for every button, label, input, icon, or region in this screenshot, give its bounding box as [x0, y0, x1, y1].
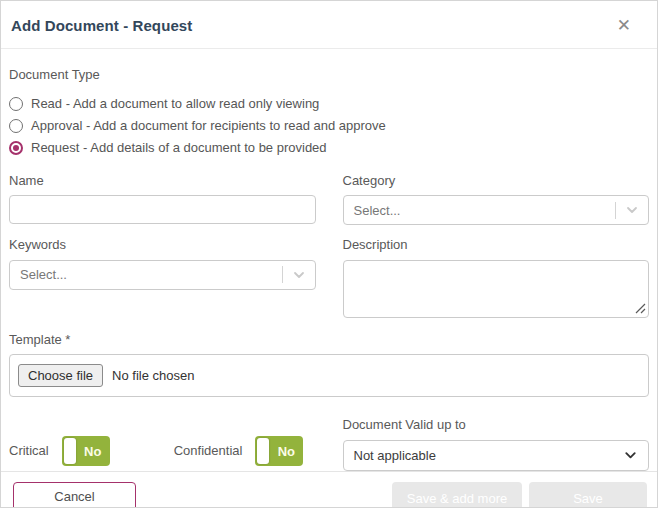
- keywords-select-placeholder: Select...: [20, 267, 282, 282]
- valid-up-to-select[interactable]: Not applicable: [343, 440, 650, 471]
- modal-body: Document Type Read - Add a document to a…: [1, 49, 657, 471]
- choose-file-button[interactable]: Choose file: [18, 364, 103, 387]
- cancel-button[interactable]: Cancel: [13, 482, 136, 508]
- confidential-toggle-group: Confidential No: [174, 436, 304, 466]
- category-select[interactable]: Select...: [343, 195, 650, 225]
- chevron-down-icon: [624, 202, 640, 218]
- form-grid: Name Category Select... Keywords Select.…: [9, 161, 649, 318]
- chevron-down-icon: [623, 448, 638, 463]
- critical-toggle-group: Critical No: [9, 436, 110, 466]
- valid-up-to-field: Document Valid up to Not applicable: [343, 417, 650, 471]
- file-chosen-status: No file chosen: [112, 368, 194, 383]
- description-field: Description: [343, 237, 650, 318]
- category-label: Category: [343, 173, 650, 189]
- critical-toggle-value: No: [76, 444, 110, 459]
- template-label: Template *: [9, 332, 649, 348]
- description-textarea[interactable]: [343, 260, 650, 318]
- radio-icon: [9, 141, 23, 155]
- keywords-label: Keywords: [9, 237, 316, 253]
- valid-up-to-label: Document Valid up to: [343, 417, 650, 433]
- radio-option-read-label: Read - Add a document to allow read only…: [31, 96, 319, 111]
- name-label: Name: [9, 173, 316, 189]
- select-divider: [282, 266, 283, 283]
- name-field: Name: [9, 173, 316, 226]
- document-type-label: Document Type: [9, 67, 649, 83]
- name-input[interactable]: [9, 195, 316, 224]
- modal-footer: Cancel Save & add more Save: [1, 471, 657, 508]
- confidential-toggle[interactable]: No: [255, 436, 303, 466]
- category-select-placeholder: Select...: [354, 203, 616, 218]
- radio-icon: [9, 97, 23, 111]
- valid-up-to-value: Not applicable: [354, 448, 436, 463]
- add-document-modal: Add Document - Request ✕ Document Type R…: [0, 0, 658, 508]
- radio-option-request-label: Request - Add details of a document to b…: [31, 140, 327, 155]
- close-icon[interactable]: ✕: [615, 15, 633, 36]
- footer-right: Save & add more Save: [392, 482, 647, 508]
- category-field: Category Select...: [343, 173, 650, 226]
- save-and-add-more-button[interactable]: Save & add more: [392, 482, 522, 508]
- confidential-label: Confidential: [174, 443, 243, 459]
- keywords-field: Keywords Select...: [9, 237, 316, 318]
- toggles-left: Critical No Confidential No: [9, 431, 316, 471]
- template-upload-box: Choose file No file chosen: [9, 354, 649, 397]
- document-type-radio-group: Read - Add a document to allow read only…: [9, 93, 649, 159]
- description-label: Description: [343, 237, 650, 253]
- toggle-knob: [257, 438, 269, 464]
- select-divider: [615, 202, 616, 219]
- critical-toggle[interactable]: No: [62, 436, 110, 466]
- radio-option-approval-label: Approval - Add a document for recipients…: [31, 118, 386, 133]
- save-button[interactable]: Save: [529, 482, 647, 508]
- modal-header: Add Document - Request ✕: [1, 1, 657, 49]
- critical-label: Critical: [9, 443, 49, 459]
- radio-option-approval[interactable]: Approval - Add a document for recipients…: [9, 115, 649, 137]
- radio-option-request[interactable]: Request - Add details of a document to b…: [9, 137, 649, 159]
- toggles-row: Critical No Confidential No Document Val…: [9, 417, 649, 471]
- modal-title: Add Document - Request: [11, 17, 192, 34]
- radio-icon: [9, 119, 23, 133]
- keywords-select[interactable]: Select...: [9, 260, 316, 290]
- toggle-knob: [64, 438, 76, 464]
- template-field: Template * Choose file No file chosen: [9, 332, 649, 398]
- confidential-toggle-value: No: [269, 444, 303, 459]
- radio-option-read[interactable]: Read - Add a document to allow read only…: [9, 93, 649, 115]
- chevron-down-icon: [291, 267, 307, 283]
